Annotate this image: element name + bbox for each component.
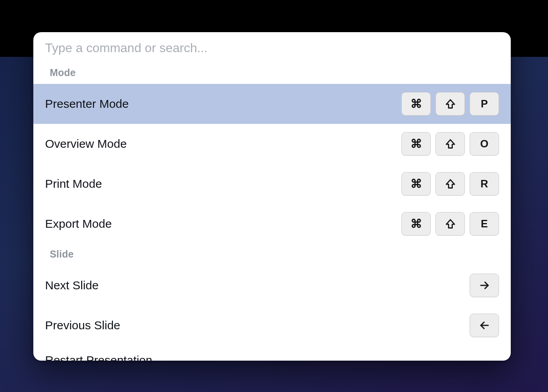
arrow-right-icon — [479, 280, 490, 291]
command-item-overview-mode[interactable]: Overview Mode⌘O — [33, 124, 511, 164]
command-key-icon: ⌘ — [410, 218, 422, 230]
command-item-label: Next Slide — [45, 279, 99, 292]
key-R: R — [470, 172, 499, 196]
command-item-label: Restart Presentation — [45, 354, 152, 361]
command-palette: ModePresenter Mode⌘POverview Mode⌘OPrint… — [33, 32, 511, 361]
command-key-icon: ⌘ — [410, 138, 422, 150]
key-shift — [435, 212, 465, 236]
command-item-label: Previous Slide — [45, 319, 120, 332]
shortcut-keys — [470, 314, 499, 337]
shortcut-keys — [470, 274, 499, 297]
key-cmd: ⌘ — [401, 212, 431, 236]
key-O: O — [470, 132, 499, 156]
command-search-row — [33, 32, 511, 62]
command-item-label: Export Mode — [45, 217, 112, 230]
command-item-next-slide[interactable]: Next Slide — [33, 265, 511, 305]
section-header-slide: Slide — [33, 244, 511, 265]
key-E: E — [470, 212, 499, 236]
shift-key-icon — [445, 218, 456, 229]
shortcut-keys: ⌘R — [401, 172, 499, 196]
command-item-label: Overview Mode — [45, 137, 127, 151]
command-item-print-mode[interactable]: Print Mode⌘R — [33, 164, 511, 204]
key-shift — [435, 132, 465, 156]
key-cmd: ⌘ — [401, 132, 431, 156]
command-key-icon: ⌘ — [410, 98, 422, 110]
command-item-export-mode[interactable]: Export Mode⌘E — [33, 204, 511, 244]
key-arrowLeft — [470, 314, 499, 337]
shift-key-icon — [445, 138, 456, 149]
command-item-label: Presenter Mode — [45, 97, 129, 111]
command-item-previous-slide[interactable]: Previous Slide — [33, 305, 511, 345]
command-item-label: Print Mode — [45, 177, 102, 191]
command-list: ModePresenter Mode⌘POverview Mode⌘OPrint… — [33, 62, 511, 361]
key-shift — [435, 172, 465, 196]
arrow-left-icon — [479, 320, 490, 331]
key-shift — [435, 92, 465, 116]
key-cmd: ⌘ — [401, 92, 431, 116]
command-search-input[interactable] — [45, 41, 499, 55]
key-arrowRight — [470, 274, 499, 297]
shift-key-icon — [445, 98, 456, 109]
shortcut-keys: ⌘P — [401, 92, 499, 116]
key-cmd: ⌘ — [401, 172, 431, 196]
command-item-presenter-mode[interactable]: Presenter Mode⌘P — [33, 84, 511, 124]
shortcut-keys: ⌘E — [401, 212, 499, 236]
command-key-icon: ⌘ — [410, 178, 422, 190]
shortcut-keys: ⌘O — [401, 132, 499, 156]
key-P: P — [470, 92, 499, 116]
command-item-restart-presentation[interactable]: Restart Presentation — [33, 345, 511, 361]
section-header-mode: Mode — [33, 62, 511, 84]
shift-key-icon — [445, 178, 456, 189]
